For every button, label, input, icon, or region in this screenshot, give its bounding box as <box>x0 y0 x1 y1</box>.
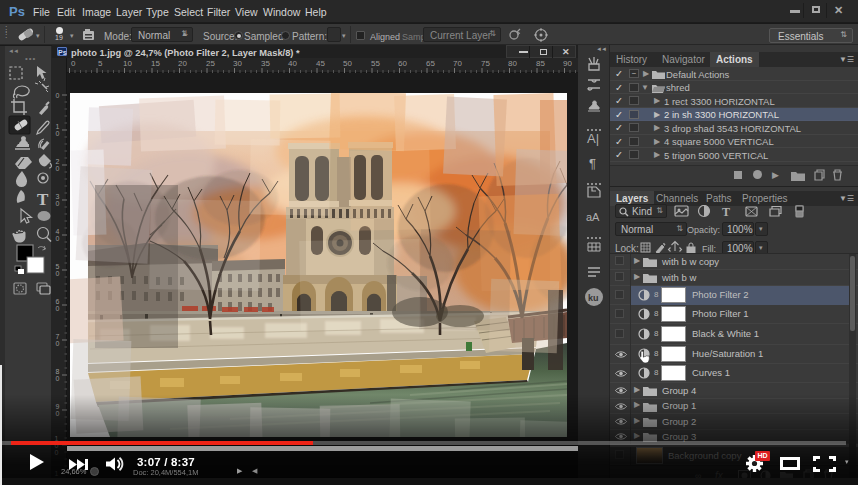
svg-text:0: 0 <box>56 340 60 347</box>
svg-text:7: 7 <box>56 333 60 340</box>
svg-text:90: 90 <box>563 59 572 68</box>
svg-text:5: 5 <box>98 59 103 68</box>
svg-text:0: 0 <box>71 59 76 68</box>
svg-text:80: 80 <box>508 59 517 68</box>
svg-text:1: 1 <box>56 123 60 130</box>
svg-text:8: 8 <box>56 368 60 375</box>
svg-text:20: 20 <box>178 59 187 68</box>
svg-text:65: 65 <box>426 59 435 68</box>
svg-text:60: 60 <box>398 59 407 68</box>
svg-text:3: 3 <box>56 193 60 200</box>
svg-text:45: 45 <box>316 59 325 68</box>
svg-text:T: T <box>37 190 49 209</box>
svg-text:0: 0 <box>56 165 60 172</box>
svg-text:15: 15 <box>151 59 160 68</box>
svg-text:ku: ku <box>588 293 599 303</box>
svg-text:50: 50 <box>343 59 352 68</box>
svg-text:25: 25 <box>206 59 215 68</box>
svg-text:55: 55 <box>371 59 380 68</box>
svg-text:35: 35 <box>261 59 270 68</box>
svg-text:A|: A| <box>587 131 599 146</box>
svg-text:0: 0 <box>56 305 60 312</box>
svg-text:T: T <box>722 205 730 218</box>
svg-text:0: 0 <box>56 270 60 277</box>
svg-text:0: 0 <box>56 130 60 137</box>
svg-text:0: 0 <box>56 375 60 382</box>
svg-text:0: 0 <box>56 235 60 242</box>
svg-text:4: 4 <box>56 228 60 235</box>
svg-text:5: 5 <box>56 263 60 270</box>
svg-text:0: 0 <box>56 92 60 99</box>
svg-text:¶: ¶ <box>589 156 596 171</box>
svg-text:30: 30 <box>233 59 242 68</box>
svg-text:10: 10 <box>123 59 132 68</box>
svg-text:70: 70 <box>453 59 462 68</box>
svg-text:0: 0 <box>56 200 60 207</box>
svg-text:85: 85 <box>536 59 545 68</box>
svg-text:75: 75 <box>481 59 490 68</box>
svg-text:2: 2 <box>56 158 60 165</box>
svg-text:аA: аA <box>586 211 600 223</box>
svg-text:40: 40 <box>288 59 297 68</box>
svg-text:6: 6 <box>56 298 60 305</box>
